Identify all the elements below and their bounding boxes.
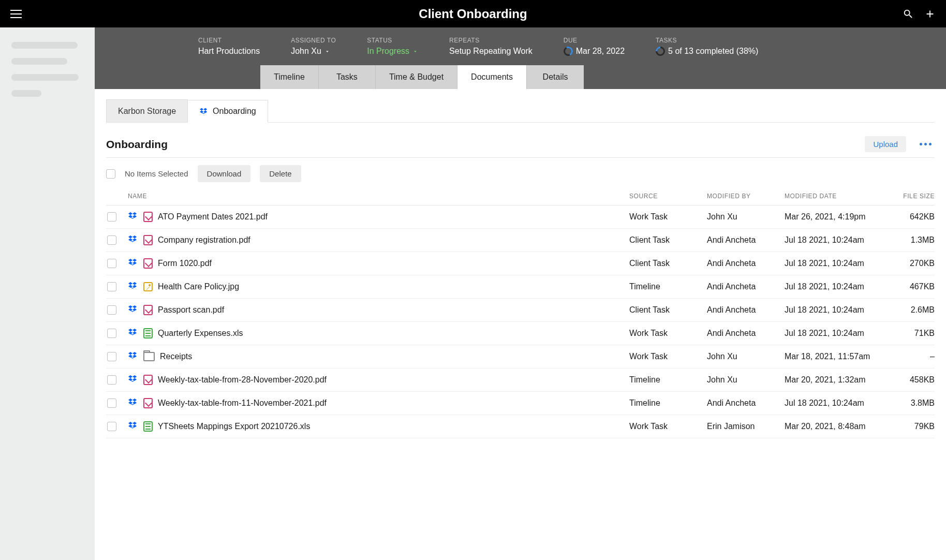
file-source: Client Task: [629, 259, 707, 268]
sidebar-placeholder: [11, 74, 79, 81]
file-modified-date: Jul 18 2021, 10:24am: [785, 399, 893, 408]
page-title: Client Onboarding: [419, 7, 527, 21]
file-name: ATO Payment Dates 2021.pdf: [158, 212, 268, 222]
file-modified-by: Andi Ancheta: [707, 259, 785, 268]
upload-button[interactable]: Upload: [865, 136, 906, 152]
file-modified-by: Andi Ancheta: [707, 305, 785, 315]
image-file-icon: [143, 282, 153, 291]
top-bar: Client Onboarding: [0, 0, 946, 27]
add-icon[interactable]: [924, 8, 936, 20]
tab-details[interactable]: Details: [527, 65, 584, 89]
file-source: Timeline: [629, 399, 707, 408]
tab-tasks[interactable]: Tasks: [319, 65, 376, 89]
file-modified-by: Andi Ancheta: [707, 282, 785, 291]
file-source: Work Task: [629, 329, 707, 338]
file-modified-date: Mar 20, 2021, 8:48am: [785, 422, 893, 431]
table-row[interactable]: ATO Payment Dates 2021.pdfWork TaskJohn …: [106, 205, 935, 229]
tasks-text: 5 of 13 completed (38%): [668, 47, 758, 56]
assigned-label: ASSIGNED TO: [291, 37, 336, 44]
file-size: 467KB: [893, 282, 935, 291]
download-button[interactable]: Download: [198, 165, 251, 182]
assigned-text: John Xu: [291, 47, 321, 56]
menu-icon[interactable]: [10, 10, 22, 18]
file-source: Work Task: [629, 352, 707, 361]
repeats-value[interactable]: Setup Repeating Work: [449, 47, 533, 56]
file-modified-by: John Xu: [707, 212, 785, 222]
section-title: Onboarding: [106, 138, 168, 151]
table-row[interactable]: Company registration.pdfClient TaskAndi …: [106, 229, 935, 252]
subtab-onboarding[interactable]: Onboarding: [187, 100, 268, 123]
row-checkbox[interactable]: [107, 329, 116, 338]
col-name[interactable]: NAME: [128, 193, 629, 200]
work-header: CLIENT Hart Productions ASSIGNED TO John…: [95, 27, 946, 89]
spreadsheet-file-icon: [143, 421, 153, 432]
table-row[interactable]: Weekly-tax-table-from-28-November-2020.p…: [106, 369, 935, 392]
client-label: CLIENT: [198, 37, 260, 44]
row-checkbox[interactable]: [107, 305, 116, 315]
file-name: Weekly-tax-table-from-11-November-2021.p…: [158, 399, 327, 408]
table-row[interactable]: Form 1020.pdfClient TaskAndi AnchetaJul …: [106, 252, 935, 275]
file-source: Work Task: [629, 212, 707, 222]
row-checkbox[interactable]: [107, 422, 116, 431]
search-icon[interactable]: [903, 8, 914, 20]
tab-documents[interactable]: Documents: [457, 65, 527, 89]
due-value[interactable]: Mar 28, 2022: [564, 47, 625, 56]
files-table: NAME SOURCE MODIFIED BY MODIFIED DATE FI…: [106, 189, 935, 438]
progress-ring-icon: [656, 47, 665, 56]
tasks-value[interactable]: 5 of 13 completed (38%): [656, 47, 758, 56]
file-name: Company registration.pdf: [158, 235, 250, 245]
table-row[interactable]: Health Care Policy.jpgTimelineAndi Anche…: [106, 275, 935, 299]
subtab-karbon-storage[interactable]: Karbon Storage: [106, 99, 188, 122]
file-size: 458KB: [893, 375, 935, 385]
tab-time-budget[interactable]: Time & Budget: [376, 65, 457, 89]
row-checkbox[interactable]: [107, 212, 116, 222]
file-modified-date: Mar 26, 2021, 4:19pm: [785, 212, 893, 222]
table-row[interactable]: Passport scan.pdfClient TaskAndi Ancheta…: [106, 299, 935, 322]
table-row[interactable]: Weekly-tax-table-from-11-November-2021.p…: [106, 392, 935, 415]
file-name: Passport scan.pdf: [158, 305, 224, 315]
tasks-block: TASKS 5 of 13 completed (38%): [656, 37, 758, 56]
delete-button[interactable]: Delete: [260, 165, 301, 182]
table-row[interactable]: YTSheets Mappings Export 20210726.xlsWor…: [106, 415, 935, 438]
file-modified-date: Jul 18 2021, 10:24am: [785, 235, 893, 245]
file-name: YTSheets Mappings Export 20210726.xls: [158, 422, 310, 431]
pdf-file-icon: [143, 258, 153, 269]
status-block: STATUS In Progress: [367, 37, 418, 56]
file-size: 3.8MB: [893, 399, 935, 408]
col-file-size[interactable]: FILE SIZE: [893, 193, 935, 200]
table-row[interactable]: Quarterly Expenses.xlsWork TaskAndi Anch…: [106, 322, 935, 345]
status-label: STATUS: [367, 37, 418, 44]
progress-ring-icon: [564, 47, 573, 56]
file-size: –: [893, 352, 935, 361]
more-options-button[interactable]: [917, 140, 935, 149]
sidebar: [0, 27, 95, 560]
status-text: In Progress: [367, 47, 409, 56]
table-row[interactable]: ReceiptsWork TaskJohn XuMar 18, 2021, 11…: [106, 345, 935, 369]
file-modified-by: Andi Ancheta: [707, 399, 785, 408]
row-checkbox[interactable]: [107, 235, 116, 245]
file-name: Receipts: [160, 352, 192, 361]
file-modified-date: Jul 18 2021, 10:24am: [785, 329, 893, 338]
row-checkbox[interactable]: [107, 352, 116, 361]
due-text: Mar 28, 2022: [576, 47, 625, 56]
select-all-checkbox[interactable]: [106, 169, 115, 179]
col-source[interactable]: SOURCE: [629, 193, 707, 200]
dropbox-icon: [128, 211, 138, 223]
dropbox-icon: [128, 397, 138, 409]
row-checkbox[interactable]: [107, 282, 116, 291]
client-value[interactable]: Hart Productions: [198, 47, 260, 56]
dropbox-icon: [128, 374, 138, 386]
assigned-value[interactable]: John Xu: [291, 47, 336, 56]
file-name: Form 1020.pdf: [158, 259, 212, 268]
tab-timeline[interactable]: Timeline: [260, 65, 319, 89]
folder-icon: [143, 352, 155, 361]
file-modified-by: John Xu: [707, 375, 785, 385]
row-checkbox[interactable]: [107, 259, 116, 268]
col-modified-by[interactable]: MODIFIED BY: [707, 193, 785, 200]
col-modified-date[interactable]: MODIFIED DATE: [785, 193, 893, 200]
status-value[interactable]: In Progress: [367, 47, 418, 56]
row-checkbox[interactable]: [107, 375, 116, 385]
file-modified-by: Erin Jamison: [707, 422, 785, 431]
file-size: 71KB: [893, 329, 935, 338]
row-checkbox[interactable]: [107, 399, 116, 408]
